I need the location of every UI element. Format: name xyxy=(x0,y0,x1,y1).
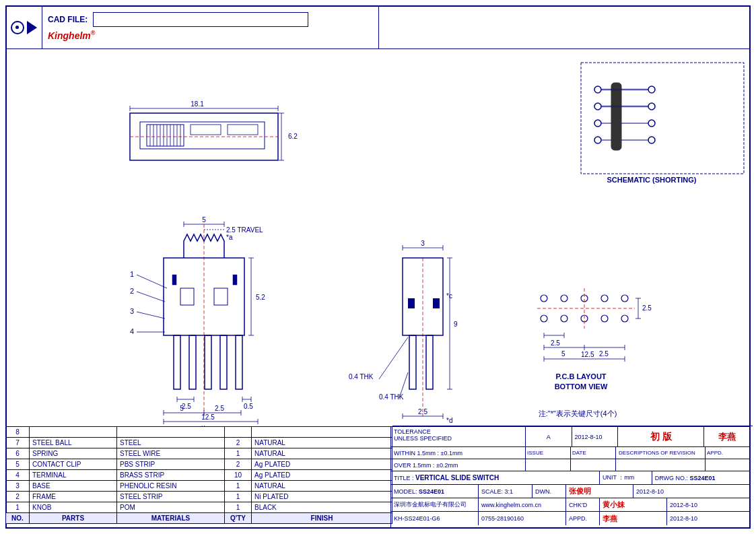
dim-9: 9 xyxy=(454,321,458,328)
tb-appd-name: 李燕 xyxy=(600,512,667,525)
arrow-icon xyxy=(27,21,37,34)
header-right xyxy=(379,5,751,48)
svg-rect-106 xyxy=(611,83,621,150)
svg-point-108 xyxy=(648,103,655,110)
svg-rect-28 xyxy=(205,335,211,389)
tb-col-a: A xyxy=(526,427,572,446)
pcb-dim-12-5: 12.5 xyxy=(581,351,594,358)
tb-row2: WITHIN 1.5mm : ±0.1mm ISSUE DATE DESCRIP… xyxy=(391,447,750,459)
parts-table: 8 7 STEEL BALL STEEL 2 NATURAL 6 SPRING … xyxy=(5,426,392,524)
col-parts: PARTS xyxy=(30,513,117,524)
tb-chkd-label: CHK'D xyxy=(566,498,600,511)
tb-date1: 2012-8-10 xyxy=(572,427,619,446)
table-row: 7 STEEL BALL STEEL 2 NATURAL xyxy=(6,438,392,448)
tb-company-cn: 深圳市金航标电子有限公司 xyxy=(391,498,479,511)
tb-partno: KH-SS24E01-G6 xyxy=(391,512,479,525)
col-finish: FINISH xyxy=(252,513,392,524)
svg-point-80 xyxy=(541,315,547,322)
dim-thk1: 0.4 THK xyxy=(349,373,374,380)
svg-point-84 xyxy=(621,315,628,322)
tb-row7: KH-SS24E01-G6 0755-28190160 APPD. 李燕 201… xyxy=(391,512,750,525)
svg-line-55 xyxy=(137,292,165,302)
svg-point-107 xyxy=(648,86,655,93)
tb-row3: OVER 1.5mm : ±0.2mm xyxy=(391,459,750,471)
row8-parts xyxy=(30,427,117,438)
tb-scale: SCALE: 3:1 xyxy=(479,485,532,498)
svg-rect-32 xyxy=(233,275,237,285)
svg-line-54 xyxy=(137,275,167,288)
cad-file-label: CAD FILE: xyxy=(48,15,88,24)
tb-unit: UNIT ：mm xyxy=(600,471,652,484)
svg-rect-1 xyxy=(140,122,265,149)
dim-5-2: 5.2 xyxy=(256,294,265,301)
label-2: 2 xyxy=(130,287,134,295)
tb-appd-date: 2012-8-10 xyxy=(667,512,750,525)
table-row: 1 KNOB POM 1 BLACK xyxy=(6,502,392,513)
pcb-dim-2-5r: 2.5 xyxy=(599,350,609,358)
table-row: 5 CONTACT CLIP PBS STRIP 2 Ag PLATED xyxy=(6,459,392,470)
header: CAD FILE: Kinghelm® xyxy=(5,5,751,49)
svg-point-75 xyxy=(541,295,547,302)
dim-c: *c xyxy=(446,292,452,300)
svg-point-109 xyxy=(648,120,655,127)
title-block: TOLERANCE UNLESS SPECIFIED A 2012-8-10 初… xyxy=(390,426,751,529)
table-row: 6 SPRING STEEL WIRE 1 NATURAL xyxy=(6,448,392,459)
row8-finish xyxy=(252,427,392,438)
tb-tolerance: TOLERANCE UNLESS SPECIFIED xyxy=(391,427,526,446)
tb-chkd-date: 2012-8-10 xyxy=(667,498,750,511)
table-row: 8 xyxy=(6,427,392,438)
tb-phone: 0755-28190160 xyxy=(479,512,566,525)
tb-appd-label2: APPD. xyxy=(566,512,600,525)
table-row: 4 TERMINAL BRASS STRIP 10 Ag PLATED xyxy=(6,470,392,481)
tb-issue: ISSUE xyxy=(526,447,571,459)
pcb-bottom-view-label: BOTTOM VIEW xyxy=(555,382,608,391)
label-3: 3 xyxy=(130,307,134,315)
svg-rect-27 xyxy=(189,335,196,389)
svg-rect-14 xyxy=(228,125,258,135)
pcb-dim-2-5v: 2.5 xyxy=(642,304,652,312)
svg-point-79 xyxy=(621,295,628,302)
table-row: 2 FRAME STEEL STRIP 1 Ni PLATED xyxy=(6,492,392,502)
svg-rect-24 xyxy=(180,288,194,305)
svg-point-110 xyxy=(648,137,655,143)
dim-3: 3 xyxy=(421,240,425,247)
tb-first-edition: 初 版 xyxy=(618,427,704,446)
dimension-note: 注:"*"表示关键尺寸(4个) xyxy=(539,409,617,418)
svg-line-71 xyxy=(399,372,408,398)
tb-appd-h: APPD. xyxy=(706,447,750,459)
row8-materials xyxy=(117,427,225,438)
svg-rect-30 xyxy=(236,335,242,389)
svg-rect-25 xyxy=(214,288,228,305)
svg-point-78 xyxy=(601,295,608,302)
col-no: NO. xyxy=(6,513,30,524)
pcb-layout-label: P.C.B LAYOUT xyxy=(555,372,606,380)
svg-rect-63 xyxy=(433,298,440,308)
tb-signer1: 李燕 xyxy=(704,427,750,446)
cad-file-input xyxy=(93,12,308,27)
label-4: 4 xyxy=(130,327,134,335)
tb-top-border xyxy=(392,426,753,426)
logo-box xyxy=(5,5,42,49)
tb-drwg: DRWG NO.: SS24E01 xyxy=(652,471,750,484)
row8-no: 8 xyxy=(6,427,30,438)
svg-line-70 xyxy=(379,337,408,379)
svg-rect-61 xyxy=(426,335,433,389)
tb-dwn-name: 张俊明 xyxy=(566,485,633,498)
svg-rect-62 xyxy=(408,298,415,308)
dim-travel: 2.5 TRAVEL xyxy=(226,226,263,234)
svg-point-105 xyxy=(594,137,601,143)
dim-12-5: 12.5 xyxy=(201,413,215,421)
svg-line-56 xyxy=(137,312,165,319)
dim-2-5-d: 2.5 xyxy=(418,408,427,415)
svg-point-76 xyxy=(561,295,568,302)
tb-row6: 深圳市金航标电子有限公司 www.kinghelm.com.cn CHK'D 黄… xyxy=(391,498,750,512)
col-qty: Q'TY xyxy=(225,513,252,524)
svg-point-102 xyxy=(594,86,601,93)
row8-qty xyxy=(225,427,252,438)
target-icon xyxy=(11,21,24,34)
svg-rect-26 xyxy=(174,335,180,389)
dim-travel-a: *a xyxy=(226,234,233,241)
table-header-row: NO. PARTS MATERIALS Q'TY FINISH xyxy=(6,513,392,524)
dim-6-2: 6.2 xyxy=(288,133,298,140)
tb-website: www.kinghelm.com.cn xyxy=(479,498,566,511)
